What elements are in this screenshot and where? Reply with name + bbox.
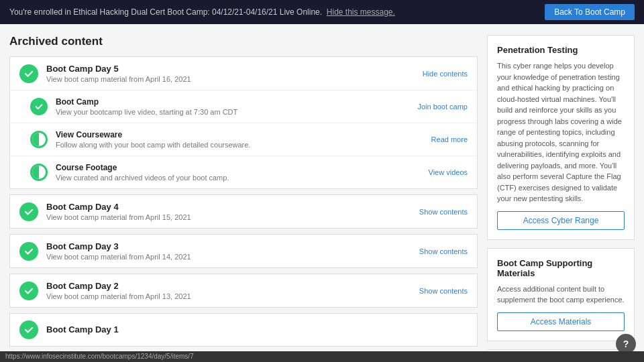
status-bar: https://www.infosecinstitute.com/bootcam… xyxy=(0,351,644,362)
bootcamp-sub-info: Boot Camp View your bootcamp live video,… xyxy=(56,97,237,116)
day2-toggle-link[interactable]: Show contents xyxy=(419,287,468,295)
courseware-sub-subtitle: Follow along with your boot camp with de… xyxy=(56,141,250,149)
bootcamp-join-link[interactable]: Join boot camp xyxy=(417,103,468,111)
sidebar: Penetration Testing This cyber range hel… xyxy=(487,35,635,362)
day2-status-icon xyxy=(19,282,38,300)
day-card-day1: Boot Camp Day 1 xyxy=(9,313,478,347)
courseware-status-icon xyxy=(30,131,48,148)
main-container: Archived content Boot Camp Day 5 View bo… xyxy=(0,24,644,362)
day2-title: Boot Camp Day 2 xyxy=(46,281,191,291)
day5-header: Boot Camp Day 5 View boot camp material … xyxy=(10,57,477,90)
day2-subtitle: View boot camp material from April 13, 2… xyxy=(46,292,191,300)
day1-header: Boot Camp Day 1 xyxy=(10,314,477,346)
supporting-description: Access additional content built to suppl… xyxy=(497,284,625,306)
day-card-day3: Boot Camp Day 3 View boot camp material … xyxy=(9,234,478,268)
sidebar-card-supporting: Boot Camp Supporting Materials Access ad… xyxy=(487,248,635,341)
day3-header: Boot Camp Day 3 View boot camp material … xyxy=(10,235,477,267)
day-card-day2: Boot Camp Day 2 View boot camp material … xyxy=(9,274,478,308)
list-item: Course Footage View curated and archived… xyxy=(10,156,477,188)
list-item: View Courseware Follow along with your b… xyxy=(10,123,477,156)
status-url: https://www.infosecinstitute.com/bootcam… xyxy=(5,353,194,360)
day5-title: Boot Camp Day 5 xyxy=(46,64,191,74)
pen-testing-title: Penetration Testing xyxy=(497,45,625,55)
day1-info: Boot Camp Day 1 xyxy=(46,324,119,336)
day2-info: Boot Camp Day 2 View boot camp material … xyxy=(46,281,191,300)
courseware-sub-info: View Courseware Follow along with your b… xyxy=(56,130,250,149)
footage-sub-title: Course Footage xyxy=(56,163,229,172)
courseware-read-more-link[interactable]: Read more xyxy=(431,135,468,143)
notification-text: You're enrolled in Ethical Hacking Dual … xyxy=(9,7,395,17)
bootcamp-sub-subtitle: View your bootcamp live video, starting … xyxy=(56,108,237,116)
supporting-title: Boot Camp Supporting Materials xyxy=(497,258,625,278)
day-card-day5: Boot Camp Day 5 View boot camp material … xyxy=(9,56,478,189)
day5-toggle-link[interactable]: Hide contents xyxy=(423,70,468,78)
bootcamp-sub-title: Boot Camp xyxy=(56,97,237,107)
footage-sub-info: Course Footage View curated and archived… xyxy=(56,163,229,182)
day4-toggle-link[interactable]: Show contents xyxy=(419,208,468,216)
sidebar-card-pen-testing: Penetration Testing This cyber range hel… xyxy=(487,35,635,240)
day5-sub-items: Boot Camp View your bootcamp live video,… xyxy=(10,90,477,188)
access-materials-button[interactable]: Access Materials xyxy=(497,312,625,331)
hide-message-link[interactable]: Hide this message. xyxy=(327,7,395,17)
day4-info: Boot Camp Day 4 View boot camp material … xyxy=(46,202,191,221)
notification-message: You're enrolled in Ethical Hacking Dual … xyxy=(9,7,322,17)
courseware-sub-title: View Courseware xyxy=(56,130,250,139)
day2-header: Boot Camp Day 2 View boot camp material … xyxy=(10,274,477,307)
day3-subtitle: View boot camp material from April 14, 2… xyxy=(46,253,191,261)
day4-title: Boot Camp Day 4 xyxy=(46,202,191,212)
back-to-bootcamp-button[interactable]: Back To Boot Camp xyxy=(545,4,635,20)
day3-info: Boot Camp Day 3 View boot camp material … xyxy=(46,241,191,261)
page-title: Archived content xyxy=(9,35,478,48)
access-cyber-range-button[interactable]: Access Cyber Range xyxy=(497,211,625,230)
day-card-day4: Boot Camp Day 4 View boot camp material … xyxy=(9,194,478,229)
day5-info: Boot Camp Day 5 View boot camp material … xyxy=(46,64,191,83)
day1-title: Boot Camp Day 1 xyxy=(46,324,119,335)
notification-bar: You're enrolled in Ethical Hacking Dual … xyxy=(0,0,644,24)
bootcamp-status-icon xyxy=(30,98,48,115)
footage-sub-subtitle: View curated and archived videos of your… xyxy=(56,174,229,182)
footage-status-icon xyxy=(30,164,48,181)
day4-header: Boot Camp Day 4 View boot camp material … xyxy=(10,195,477,228)
list-item: Boot Camp View your bootcamp live video,… xyxy=(10,90,477,123)
day4-subtitle: View boot camp material from April 15, 2… xyxy=(46,213,191,221)
footage-view-link[interactable]: View videos xyxy=(429,168,468,176)
day3-toggle-link[interactable]: Show contents xyxy=(419,247,468,255)
day3-status-icon xyxy=(19,242,38,261)
content-area: Archived content Boot Camp Day 5 View bo… xyxy=(9,35,478,362)
day4-status-icon xyxy=(19,202,38,221)
day3-title: Boot Camp Day 3 xyxy=(46,241,191,251)
day5-status-icon xyxy=(19,64,38,83)
day5-subtitle: View boot camp material from April 16, 2… xyxy=(46,75,191,83)
day1-status-icon xyxy=(19,320,38,339)
pen-testing-description: This cyber range helps you develop your … xyxy=(497,60,625,204)
